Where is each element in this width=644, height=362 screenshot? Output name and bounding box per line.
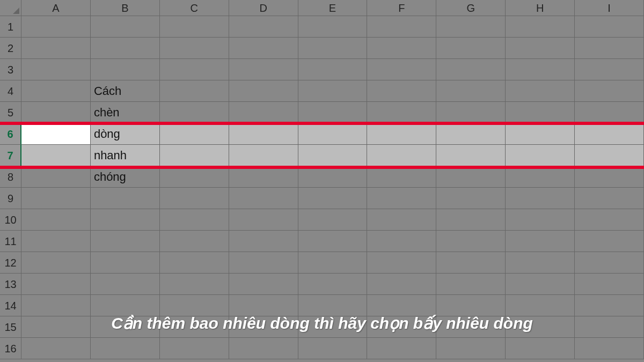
cell[interactable] [229,252,298,274]
row-header[interactable]: 12 [0,252,21,274]
cell[interactable] [506,231,575,252]
cell[interactable] [436,38,506,59]
cell[interactable] [229,145,298,166]
cell[interactable] [367,188,436,209]
cell[interactable] [21,102,91,123]
cell[interactable] [21,252,91,274]
cell[interactable] [229,123,298,145]
cell[interactable] [21,59,91,80]
cell[interactable] [160,16,229,38]
cell[interactable] [436,80,506,102]
cell[interactable] [21,80,91,102]
row-header[interactable]: 6 [0,123,21,145]
cell[interactable] [298,338,368,359]
cell[interactable] [506,102,575,123]
cell[interactable] [229,80,298,102]
cell[interactable] [21,209,91,231]
cell[interactable] [506,338,575,359]
cell[interactable] [91,188,160,209]
cell[interactable] [436,102,506,123]
cell[interactable] [506,209,575,231]
cell[interactable] [367,80,436,102]
cell[interactable] [298,80,368,102]
cell[interactable] [575,38,644,59]
cell[interactable] [367,231,436,252]
cell[interactable] [367,338,436,359]
row-header[interactable]: 3 [0,59,21,80]
cell[interactable] [436,59,506,80]
cell[interactable] [436,209,506,231]
cell[interactable] [298,59,368,80]
cell[interactable] [436,295,506,316]
cell[interactable] [506,80,575,102]
cell[interactable] [229,166,298,188]
row-header[interactable]: 10 [0,209,21,231]
cell[interactable] [575,123,644,145]
cell[interactable] [160,274,229,295]
cell[interactable] [160,231,229,252]
cell[interactable] [21,38,91,59]
cell[interactable] [160,166,229,188]
cell[interactable] [575,59,644,80]
column-header[interactable]: D [229,0,298,16]
cell[interactable] [367,295,436,316]
cell[interactable] [436,145,506,166]
cell[interactable] [575,274,644,295]
cell[interactable] [160,209,229,231]
cell[interactable] [575,16,644,38]
cell[interactable] [229,188,298,209]
cell[interactable] [298,16,368,38]
cell[interactable] [506,123,575,145]
cell[interactable] [506,274,575,295]
cell[interactable] [298,252,368,274]
row-header[interactable]: 13 [0,274,21,295]
row-header[interactable]: 8 [0,166,21,188]
cell[interactable] [436,252,506,274]
row-header[interactable]: 7 [0,145,21,166]
cell[interactable] [21,295,91,316]
cell[interactable] [575,188,644,209]
cell[interactable] [21,231,91,252]
cell[interactable] [436,16,506,38]
cell[interactable] [91,274,160,295]
cell[interactable] [436,188,506,209]
cell[interactable] [436,338,506,359]
row-header[interactable]: 1 [0,16,21,38]
cell[interactable] [298,166,368,188]
cell[interactable] [506,252,575,274]
cell[interactable] [506,16,575,38]
column-header[interactable]: E [298,0,368,16]
cell[interactable] [298,38,368,59]
cell[interactable] [436,231,506,252]
cell[interactable] [367,59,436,80]
cell[interactable] [298,123,368,145]
column-header[interactable]: I [575,0,644,16]
cell[interactable] [506,38,575,59]
cell[interactable] [160,145,229,166]
row-header[interactable]: 4 [0,80,21,102]
cell[interactable] [506,145,575,166]
cell[interactable] [436,166,506,188]
cell[interactable] [575,80,644,102]
cell[interactable] [229,295,298,316]
cell[interactable] [575,102,644,123]
row-header[interactable]: 14 [0,295,21,316]
cell[interactable] [575,231,644,252]
cell[interactable] [91,338,160,359]
cell[interactable] [575,166,644,188]
cell[interactable] [367,166,436,188]
cell[interactable] [21,274,91,295]
cell[interactable] [436,274,506,295]
cell[interactable] [298,188,368,209]
cell[interactable] [367,274,436,295]
column-header[interactable]: F [367,0,436,16]
cell[interactable] [575,295,644,316]
cell[interactable] [506,295,575,316]
cell[interactable] [21,145,91,166]
cell[interactable] [436,123,506,145]
row-header[interactable]: 5 [0,102,21,123]
cell[interactable] [506,59,575,80]
column-header[interactable]: H [506,0,575,16]
cell[interactable] [506,188,575,209]
cell[interactable] [367,145,436,166]
